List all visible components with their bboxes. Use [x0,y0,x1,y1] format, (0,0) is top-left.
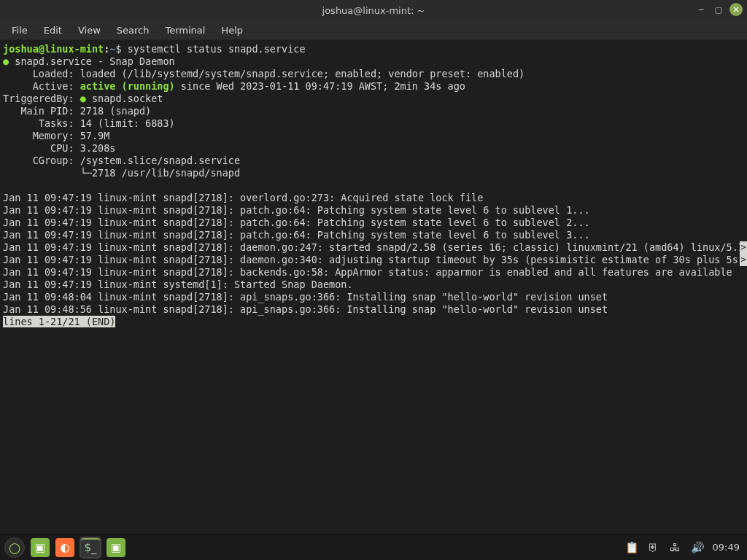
cpu-value: 3.208s [80,142,116,154]
close-button[interactable]: ✕ [729,3,743,16]
terminal-taskbar-entry[interactable]: $_ [80,537,101,558]
memory-label: Memory: [3,130,80,141]
menu-terminal[interactable]: Terminal [158,22,212,39]
mint-logo-icon: ◯ [9,542,20,553]
status-dot-icon: ● [3,55,9,67]
folder-icon: ▣ [111,541,121,554]
files-taskbar-entry[interactable]: ▣ [107,538,125,557]
log-line: Jan 11 09:47:19 linux-mint snapd[2718]: … [3,229,590,241]
active-label: Active: [3,80,80,92]
menu-search[interactable]: Search [109,22,157,39]
prompt-user: joshua@linux-mint [3,43,104,55]
loaded-value: loaded (/lib/systemd/system/snapd.servic… [80,68,525,79]
loaded-label: Loaded: [3,68,80,79]
terminal-icon: $_ [84,541,96,554]
cgroup-child: └─2718 /usr/lib/snapd/snapd [3,167,240,179]
command-text: systemctl status snapd.service [128,43,306,55]
mint-menu-button[interactable]: ◯ [4,537,25,558]
log-line: Jan 11 09:47:19 linux-mint snapd[2718]: … [3,241,744,253]
log-line: Jan 11 09:47:19 linux-mint snapd[2718]: … [3,204,590,216]
log-line: Jan 11 09:48:04 linux-mint snapd[2718]: … [3,291,608,303]
pager-status: lines 1-21/21 (END) [3,316,115,327]
menu-edit[interactable]: Edit [36,22,69,39]
terminal-window: joshua@linux-mint: ~ ─ ▢ ✕ File Edit Vie… [0,0,747,534]
menu-bar: File Edit View Search Terminal Help [0,20,747,40]
memory-value: 57.9M [80,130,110,141]
menu-help[interactable]: Help [214,22,250,39]
mainpid-label: Main PID: [3,105,80,117]
scroll-indicator-icon: > [740,254,747,266]
log-line: Jan 11 09:47:19 linux-mint snapd[2718]: … [3,217,590,228]
window-title: joshua@linux-mint: ~ [322,5,425,16]
folder-icon: ▣ [35,541,45,554]
log-line: Jan 11 09:47:19 linux-mint systemd[1]: S… [3,279,353,290]
volume-tray-icon[interactable]: 🔊 [691,541,704,554]
cgroup-value: /system.slice/snapd.service [80,155,240,166]
unit-line: snapd.service - Snap Daemon [15,55,174,67]
menu-view[interactable]: View [71,22,108,39]
triggered-label: TriggeredBy: [3,93,80,104]
shield-tray-icon[interactable]: ⛨ [647,541,660,554]
tasks-value: 14 (limit: 6883) [80,117,175,129]
network-tray-icon[interactable]: 🖧 [669,541,682,554]
cgroup-label: CGroup: [3,155,80,166]
scroll-indicator-icon: > [740,241,747,254]
log-line: Jan 11 09:47:19 linux-mint snapd[2718]: … [3,192,483,203]
files-launcher[interactable]: ▣ [31,538,50,557]
taskbar: ◯ ▣ ◐ $_ ▣ 📋 ⛨ 🖧 🔊 09:49 [0,534,747,560]
log-line: Jan 11 09:47:19 linux-mint snapd[2718]: … [3,266,732,278]
menu-file[interactable]: File [4,22,35,39]
triggered-value: snapd.socket [92,93,163,104]
tasks-label: Tasks: [3,117,80,129]
maximize-button[interactable]: ▢ [712,3,725,16]
firefox-icon: ◐ [60,541,69,554]
titlebar[interactable]: joshua@linux-mint: ~ ─ ▢ ✕ [0,0,747,20]
panel-clock[interactable]: 09:49 [713,542,743,553]
active-since: since Wed 2023-01-11 09:47:19 AWST; 2min… [175,80,465,92]
log-line: Jan 11 09:47:19 linux-mint snapd[2718]: … [3,254,744,265]
cpu-label: CPU: [3,142,80,154]
minimize-button[interactable]: ─ [694,3,708,16]
active-state: active (running) [80,80,175,92]
log-line: Jan 11 09:48:56 linux-mint snapd[2718]: … [3,303,608,315]
triggered-dot-icon: ● [80,93,86,104]
firefox-launcher[interactable]: ◐ [55,538,74,557]
mainpid-value: 2718 (snapd) [80,105,152,117]
prompt-sigil: $ [115,43,121,55]
clipboard-tray-icon[interactable]: 📋 [625,541,638,554]
window-controls: ─ ▢ ✕ [694,3,743,16]
terminal-output[interactable]: joshua@linux-mint:~$ systemctl status sn… [0,40,747,534]
